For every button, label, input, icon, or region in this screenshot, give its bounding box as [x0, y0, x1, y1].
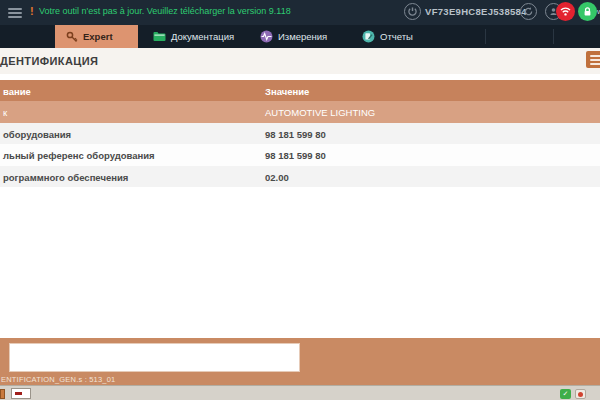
- waveform-icon: [260, 30, 273, 43]
- tab-label: Измерения: [278, 31, 327, 42]
- refresh-icon[interactable]: [520, 3, 537, 20]
- row-value: AUTOMOTIVE LIGHTING: [265, 107, 375, 118]
- table-row[interactable]: к AUTOMOTIVE LIGHTING: [0, 101, 600, 123]
- table-row[interactable]: льный референс оборудования 98 181 599 8…: [0, 144, 600, 166]
- page-title: ДЕНТИФИКАЦИЯ: [0, 55, 98, 67]
- row-value: 02.00: [265, 171, 289, 182]
- tab-bar: Expert Документация Измерения Отчеты: [0, 25, 600, 48]
- tab-divider: [485, 29, 486, 44]
- table-header-row: вание Значение: [0, 80, 600, 101]
- tab-label: Документация: [171, 31, 234, 42]
- folder-icon: [153, 30, 166, 43]
- page-title-bar: ДЕНТИФИКАЦИЯ: [0, 48, 600, 74]
- update-warning-text[interactable]: Votre outil n'est pas à jour. Veuillez t…: [39, 6, 291, 16]
- status-script-text: ENTIFICATION_GEN.s : 513_01: [1, 375, 115, 384]
- identification-table: вание Значение к AUTOMOTIVE LIGHTING обо…: [0, 80, 600, 187]
- context-menu-button[interactable]: [586, 51, 600, 68]
- taskbar: ✓: [0, 385, 600, 400]
- wifi-status-icon[interactable]: [556, 2, 575, 21]
- tab-documentation[interactable]: Документация: [143, 25, 247, 48]
- row-label: рограммного обеспечения: [3, 171, 128, 182]
- power-icon[interactable]: [404, 3, 421, 20]
- tray-green-icon[interactable]: ✓: [560, 389, 571, 399]
- tab-divider: [553, 29, 554, 44]
- footer-band: ENTIFICATION_GEN.s : 513_01: [0, 338, 600, 385]
- table-row[interactable]: рограммного обеспечения 02.00: [0, 166, 600, 187]
- key-icon: [65, 30, 78, 43]
- row-label: льный референс оборудования: [3, 150, 155, 161]
- report-pencil-icon: [362, 30, 375, 43]
- taskbar-app-icon[interactable]: [11, 388, 31, 399]
- column-header-name: вание: [3, 85, 31, 96]
- top-bar: ! Votre outil n'est pas à jour. Veuillez…: [0, 0, 600, 25]
- vehicle-vin: VF73E9HC8EJ538584: [425, 6, 527, 17]
- diagnostic-app-window: ! Votre outil n'est pas à jour. Veuillez…: [0, 0, 600, 400]
- lock-status-icon[interactable]: [578, 2, 597, 21]
- table-row[interactable]: оборудования 98 181 599 80: [0, 123, 600, 144]
- tab-measurements[interactable]: Измерения: [250, 25, 350, 48]
- tab-label: Отчеты: [380, 31, 413, 42]
- row-value: 98 181 599 80: [265, 150, 326, 161]
- row-value: 98 181 599 80: [265, 128, 326, 139]
- column-header-value: Значение: [265, 85, 309, 96]
- footer-input[interactable]: [9, 343, 300, 372]
- menu-hamburger-icon[interactable]: [8, 6, 22, 19]
- row-label: к: [3, 107, 7, 118]
- taskbar-clipped-icon[interactable]: [0, 389, 5, 399]
- tab-expert[interactable]: Expert: [55, 25, 138, 48]
- tray-red-icon[interactable]: [575, 389, 586, 399]
- row-label: оборудования: [3, 128, 71, 139]
- warning-exclamation-icon: !: [30, 5, 34, 17]
- tab-reports[interactable]: Отчеты: [352, 25, 436, 48]
- tab-label: Expert: [83, 31, 113, 42]
